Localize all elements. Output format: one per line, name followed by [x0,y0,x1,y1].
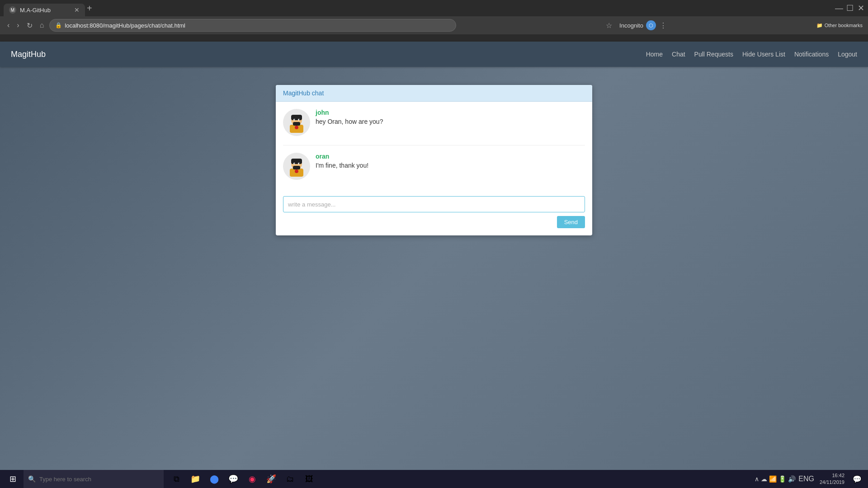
wifi-icon[interactable]: 📶 [769,475,777,483]
bookmark-button[interactable]: ☆ [606,21,612,30]
svg-point-19 [295,169,298,173]
nav-link-home[interactable]: Home [646,51,663,58]
tray-expand-icon[interactable]: ∧ [755,475,759,483]
bookmarks-bar: 📁 Other bookmarks [816,23,863,28]
nav-link-pull-requests[interactable]: Pull Requests [694,51,733,58]
start-button[interactable]: ⊞ [4,470,22,488]
send-btn-row: Send [283,216,585,228]
app-main: MagitHub chat [0,67,868,470]
chat-input-area: Send [276,196,592,235]
taskbar-search-input[interactable] [39,476,159,483]
profile-area: Incognito ⬡ [619,20,656,30]
chat-message: john hey Oran, how are you? [283,109,585,136]
chat-messages: john hey Oran, how are you? [276,102,592,196]
system-tray-icons: ∧ ☁ 📶 🔋 🔊 [755,475,796,483]
clock-time: 16:42 [820,472,844,479]
system-clock: 16:42 24/11/2019 [817,472,847,486]
profile-icon[interactable]: ⬡ [646,20,656,30]
chrome-icon[interactable]: ⬤ [205,470,223,488]
app-brand: MagitHub [11,50,46,59]
svg-point-7 [294,119,295,120]
address-bar[interactable]: 🔒 localhost:8080/magitHub/pages/chat/cha… [49,19,456,32]
svg-rect-14 [293,166,300,169]
back-button[interactable]: ‹ [5,19,11,31]
bookmark-folder-icon: 📁 [816,23,823,28]
app-nav-links: Home Chat Pull Requests Hide Users List … [646,51,857,58]
chat-message: oran I'm fine, thank you! [283,153,585,180]
chat-divider [283,145,585,145]
svg-rect-13 [291,159,302,164]
new-tab-button[interactable]: + [87,3,92,14]
chat-header: MagitHub chat [276,85,592,102]
whatsapp-icon[interactable]: 💬 [224,470,242,488]
message-content: oran I'm fine, thank you! [316,153,368,169]
tab-favicon: M [9,6,16,14]
app-navbar: MagitHub Home Chat Pull Requests Hide Us… [0,42,868,67]
volume-icon[interactable]: 🔊 [788,475,796,483]
message-username: oran [316,153,368,160]
forward-button[interactable]: › [15,19,21,31]
message-input[interactable] [283,196,585,212]
tab-title: M.A-GitHub [20,7,71,14]
title-bar: M M.A-GitHub ✕ + — ☐ ✕ [0,0,868,16]
svg-point-17 [294,163,295,164]
nav-link-notifications[interactable]: Notifications [794,51,829,58]
taskbar-icons: ⧉ 📁 ⬤ 💬 ◉ 🚀 🗂 🖼 [167,470,318,488]
task-view-icon[interactable]: ⧉ [167,470,185,488]
send-button[interactable]: Send [557,216,585,228]
app-icon-6[interactable]: 🗂 [281,470,299,488]
svg-point-8 [299,119,300,120]
app-icon-5[interactable]: 🚀 [262,470,280,488]
message-content: john hey Oran, how are you? [316,109,383,125]
nav-bar: ‹ › ↻ ⌂ 🔒 localhost:8080/magitHub/pages/… [0,16,868,34]
message-text: I'm fine, thank you! [316,162,368,169]
message-text: hey Oran, how are you? [316,118,383,125]
nav-link-chat[interactable]: Chat [672,51,685,58]
search-icon: 🔍 [28,475,36,483]
window-controls: — ☐ ✕ [835,5,864,12]
app-wrapper: MagitHub Home Chat Pull Requests Hide Us… [0,42,868,470]
close-button[interactable]: ✕ [857,5,864,12]
keyboard-language: ENG [798,475,814,483]
app-icon-7[interactable]: 🖼 [300,470,318,488]
lock-icon: 🔒 [55,22,62,28]
taskbar-search-bar[interactable]: 🔍 [24,470,164,488]
taskbar: ⊞ 🔍 ⧉ 📁 ⬤ 💬 ◉ 🚀 🗂 🖼 ∧ ☁ 📶 🔋 🔊 ENG 16:42 … [0,470,868,488]
browser-tab[interactable]: M M.A-GitHub ✕ [4,4,85,16]
refresh-button[interactable]: ↻ [25,19,34,32]
message-username: john [316,109,383,116]
maximize-button[interactable]: ☐ [846,5,854,12]
svg-point-9 [295,126,298,129]
intellij-icon[interactable]: ◉ [243,470,261,488]
svg-point-18 [299,163,300,164]
nav-link-logout[interactable]: Logout [838,51,857,58]
browser-chrome: M M.A-GitHub ✕ + — ☐ ✕ ‹ › ↻ ⌂ 🔒 localho… [0,0,868,42]
svg-rect-4 [293,122,300,126]
avatar [283,109,310,136]
clock-date: 24/11/2019 [820,479,844,486]
bookmarks-label: Other bookmarks [825,23,863,28]
tab-close-button[interactable]: ✕ [74,6,80,14]
battery-icon[interactable]: 🔋 [778,475,786,483]
address-text: localhost:8080/magitHub/pages/chat/chat.… [65,22,185,29]
minimize-button[interactable]: — [835,5,843,12]
taskbar-right: ∧ ☁ 📶 🔋 🔊 ENG 16:42 24/11/2019 💬 [755,472,864,486]
more-button[interactable]: ⋮ [660,21,667,30]
nav-link-hide-users[interactable]: Hide Users List [742,51,785,58]
avatar [283,153,310,180]
notification-center-icon[interactable]: 💬 [850,475,864,483]
incognito-label: Incognito [619,22,643,29]
file-explorer-icon[interactable]: 📁 [186,470,204,488]
home-button[interactable]: ⌂ [38,19,46,31]
svg-rect-3 [291,115,302,120]
chat-box: MagitHub chat [276,85,592,235]
cloud-icon[interactable]: ☁ [761,475,767,483]
